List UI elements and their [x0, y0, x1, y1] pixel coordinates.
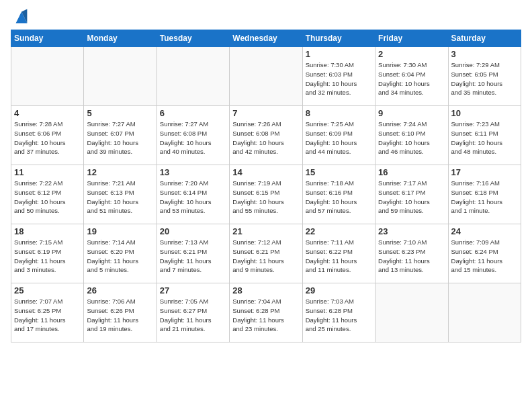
day-info: Sunrise: 7:15 AMSunset: 6:19 PMDaylight:…: [14, 238, 81, 275]
day-number: 2: [378, 49, 445, 59]
day-info: Sunrise: 7:25 AMSunset: 6:09 PMDaylight:…: [306, 120, 372, 156]
calendar-cell: 2Sunrise: 7:30 AMSunset: 6:04 PMDaylight…: [375, 47, 448, 106]
day-number: 17: [451, 167, 518, 177]
calendar-cell: 21Sunrise: 7:12 AMSunset: 6:21 PMDayligh…: [230, 224, 302, 283]
day-number: 3: [451, 49, 518, 59]
weekday-wednesday: Wednesday: [230, 30, 302, 47]
weekday-header-row: SundayMondayTuesdayWednesdayThursdayFrid…: [11, 30, 521, 47]
day-number: 1: [306, 49, 372, 59]
weekday-tuesday: Tuesday: [157, 30, 229, 47]
day-info: Sunrise: 7:30 AMSunset: 6:04 PMDaylight:…: [378, 60, 445, 97]
day-number: 16: [378, 167, 445, 177]
calendar-cell: 20Sunrise: 7:13 AMSunset: 6:21 PMDayligh…: [157, 224, 229, 283]
day-info: Sunrise: 7:27 AMSunset: 6:08 PMDaylight:…: [160, 120, 226, 156]
day-info: Sunrise: 7:11 AMSunset: 6:22 PMDaylight:…: [306, 238, 372, 275]
day-info: Sunrise: 7:14 AMSunset: 6:20 PMDaylight:…: [87, 238, 153, 275]
calendar-cell: 28Sunrise: 7:04 AMSunset: 6:28 PMDayligh…: [230, 283, 302, 342]
calendar-cell: [157, 47, 229, 106]
day-number: 8: [306, 108, 372, 118]
weekday-friday: Friday: [375, 30, 448, 47]
calendar-cell: 15Sunrise: 7:18 AMSunset: 6:16 PMDayligh…: [302, 165, 375, 224]
day-number: 27: [160, 285, 226, 295]
calendar-cell: 3Sunrise: 7:29 AMSunset: 6:05 PMDaylight…: [448, 47, 521, 106]
calendar-cell: [448, 283, 521, 342]
weekday-saturday: Saturday: [448, 30, 521, 47]
day-number: 9: [378, 108, 445, 118]
day-info: Sunrise: 7:05 AMSunset: 6:27 PMDaylight:…: [160, 297, 226, 334]
day-info: Sunrise: 7:21 AMSunset: 6:13 PMDaylight:…: [87, 179, 153, 216]
day-info: Sunrise: 7:03 AMSunset: 6:28 PMDaylight:…: [306, 297, 372, 334]
calendar-cell: 22Sunrise: 7:11 AMSunset: 6:22 PMDayligh…: [302, 224, 375, 283]
weekday-monday: Monday: [84, 30, 157, 47]
calendar-cell: 26Sunrise: 7:06 AMSunset: 6:26 PMDayligh…: [84, 283, 157, 342]
day-info: Sunrise: 7:27 AMSunset: 6:07 PMDaylight:…: [87, 120, 153, 156]
calendar-cell: 27Sunrise: 7:05 AMSunset: 6:27 PMDayligh…: [157, 283, 229, 342]
calendar-table: SundayMondayTuesdayWednesdayThursdayFrid…: [11, 30, 521, 342]
day-info: Sunrise: 7:13 AMSunset: 6:21 PMDaylight:…: [160, 238, 226, 275]
day-info: Sunrise: 7:22 AMSunset: 6:12 PMDaylight:…: [14, 179, 81, 216]
day-number: 23: [378, 226, 445, 236]
day-number: 29: [306, 285, 372, 295]
logo: [11, 8, 31, 27]
day-info: Sunrise: 7:07 AMSunset: 6:25 PMDaylight:…: [14, 297, 81, 334]
calendar-week-0: 1Sunrise: 7:30 AMSunset: 6:03 PMDaylight…: [11, 47, 521, 106]
calendar-cell: 23Sunrise: 7:10 AMSunset: 6:23 PMDayligh…: [375, 224, 448, 283]
day-number: 24: [451, 226, 518, 236]
calendar-cell: 1Sunrise: 7:30 AMSunset: 6:03 PMDaylight…: [302, 47, 375, 106]
weekday-thursday: Thursday: [302, 30, 375, 47]
calendar-cell: [84, 47, 157, 106]
day-number: 20: [160, 226, 226, 236]
calendar-cell: 25Sunrise: 7:07 AMSunset: 6:25 PMDayligh…: [11, 283, 84, 342]
day-info: Sunrise: 7:30 AMSunset: 6:03 PMDaylight:…: [306, 60, 372, 97]
day-info: Sunrise: 7:20 AMSunset: 6:14 PMDaylight:…: [160, 179, 226, 216]
calendar-cell: 24Sunrise: 7:09 AMSunset: 6:24 PMDayligh…: [448, 224, 521, 283]
day-info: Sunrise: 7:06 AMSunset: 6:26 PMDaylight:…: [87, 297, 153, 334]
day-info: Sunrise: 7:09 AMSunset: 6:24 PMDaylight:…: [451, 238, 518, 275]
calendar-cell: 29Sunrise: 7:03 AMSunset: 6:28 PMDayligh…: [302, 283, 375, 342]
logo-icon: [12, 8, 31, 27]
day-info: Sunrise: 7:29 AMSunset: 6:05 PMDaylight:…: [451, 60, 518, 97]
day-info: Sunrise: 7:04 AMSunset: 6:28 PMDaylight:…: [232, 297, 299, 334]
weekday-sunday: Sunday: [11, 30, 84, 47]
day-number: 10: [451, 108, 518, 118]
calendar-week-1: 4Sunrise: 7:28 AMSunset: 6:06 PMDaylight…: [11, 106, 521, 165]
calendar-cell: 17Sunrise: 7:16 AMSunset: 6:18 PMDayligh…: [448, 165, 521, 224]
day-info: Sunrise: 7:10 AMSunset: 6:23 PMDaylight:…: [378, 238, 445, 275]
calendar-cell: 14Sunrise: 7:19 AMSunset: 6:15 PMDayligh…: [230, 165, 302, 224]
day-info: Sunrise: 7:26 AMSunset: 6:08 PMDaylight:…: [232, 120, 299, 156]
day-number: 15: [306, 167, 372, 177]
day-number: 5: [87, 108, 153, 118]
day-number: 28: [232, 285, 299, 295]
calendar-cell: 11Sunrise: 7:22 AMSunset: 6:12 PMDayligh…: [11, 165, 84, 224]
calendar-cell: 9Sunrise: 7:24 AMSunset: 6:10 PMDaylight…: [375, 106, 448, 165]
day-number: 26: [87, 285, 153, 295]
calendar-cell: 18Sunrise: 7:15 AMSunset: 6:19 PMDayligh…: [11, 224, 84, 283]
calendar-cell: 16Sunrise: 7:17 AMSunset: 6:17 PMDayligh…: [375, 165, 448, 224]
calendar-cell: 7Sunrise: 7:26 AMSunset: 6:08 PMDaylight…: [230, 106, 302, 165]
day-info: Sunrise: 7:19 AMSunset: 6:15 PMDaylight:…: [232, 179, 299, 216]
calendar-week-2: 11Sunrise: 7:22 AMSunset: 6:12 PMDayligh…: [11, 165, 521, 224]
calendar-cell: 8Sunrise: 7:25 AMSunset: 6:09 PMDaylight…: [302, 106, 375, 165]
header: [11, 8, 521, 27]
calendar-cell: [230, 47, 302, 106]
calendar-cell: 5Sunrise: 7:27 AMSunset: 6:07 PMDaylight…: [84, 106, 157, 165]
day-number: 18: [14, 226, 81, 236]
calendar-cell: 4Sunrise: 7:28 AMSunset: 6:06 PMDaylight…: [11, 106, 84, 165]
calendar-week-4: 25Sunrise: 7:07 AMSunset: 6:25 PMDayligh…: [11, 283, 521, 342]
calendar-week-3: 18Sunrise: 7:15 AMSunset: 6:19 PMDayligh…: [11, 224, 521, 283]
day-info: Sunrise: 7:16 AMSunset: 6:18 PMDaylight:…: [451, 179, 518, 216]
day-info: Sunrise: 7:12 AMSunset: 6:21 PMDaylight:…: [232, 238, 299, 275]
page-container: SundayMondayTuesdayWednesdayThursdayFrid…: [0, 0, 532, 348]
day-info: Sunrise: 7:24 AMSunset: 6:10 PMDaylight:…: [378, 120, 445, 156]
calendar-cell: 13Sunrise: 7:20 AMSunset: 6:14 PMDayligh…: [157, 165, 229, 224]
day-number: 4: [14, 108, 81, 118]
calendar-cell: [11, 47, 84, 106]
calendar-cell: 6Sunrise: 7:27 AMSunset: 6:08 PMDaylight…: [157, 106, 229, 165]
day-number: 6: [160, 108, 226, 118]
day-info: Sunrise: 7:17 AMSunset: 6:17 PMDaylight:…: [378, 179, 445, 216]
day-number: 21: [232, 226, 299, 236]
day-info: Sunrise: 7:23 AMSunset: 6:11 PMDaylight:…: [451, 120, 518, 156]
day-number: 13: [160, 167, 226, 177]
day-number: 22: [306, 226, 372, 236]
day-info: Sunrise: 7:28 AMSunset: 6:06 PMDaylight:…: [14, 120, 81, 156]
